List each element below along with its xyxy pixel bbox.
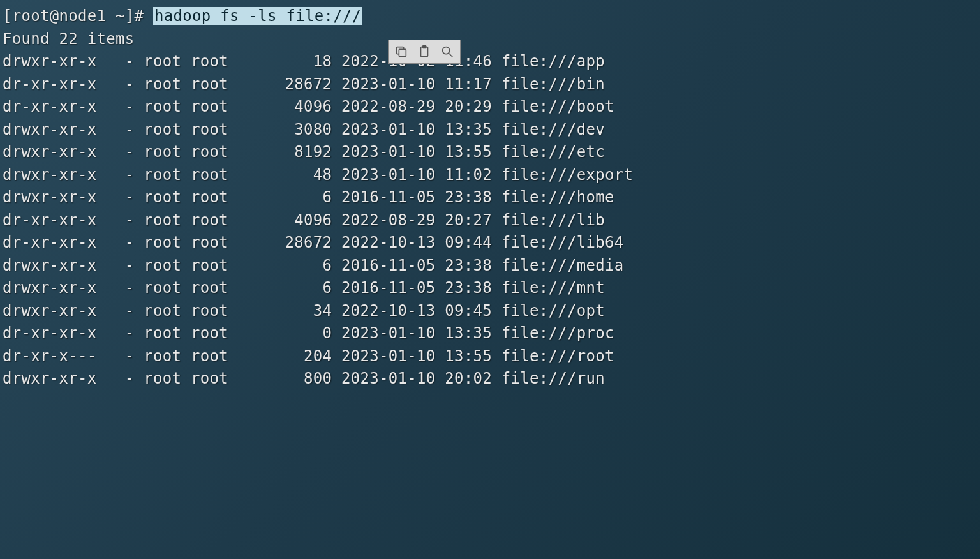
svg-point-3 bbox=[443, 47, 450, 54]
listing-row: drwxr-xr-x - root root 6 2016-11-05 23:3… bbox=[3, 186, 977, 209]
search-icon[interactable] bbox=[436, 41, 459, 62]
listing-row: dr-xr-x--- - root root 204 2023-01-10 13… bbox=[3, 345, 977, 368]
listing-row: drwxr-xr-x - root root 6 2016-11-05 23:3… bbox=[3, 255, 977, 278]
listing-row: drwxr-xr-x - root root 800 2023-01-10 20… bbox=[3, 368, 977, 391]
listing-row: dr-xr-xr-x - root root 4096 2022-08-29 2… bbox=[3, 96, 977, 119]
selection-toolbar bbox=[388, 40, 461, 64]
listing-row: dr-xr-xr-x - root root 4096 2022-08-29 2… bbox=[3, 209, 977, 232]
listing-summary: Found 22 items bbox=[3, 28, 977, 51]
listing-row: dr-xr-xr-x - root root 28672 2023-01-10 … bbox=[3, 73, 977, 96]
svg-rect-0 bbox=[399, 49, 406, 56]
listing-row: dr-xr-xr-x - root root 0 2023-01-10 13:3… bbox=[3, 322, 977, 345]
shell-prompt: [root@node1 ~]# bbox=[3, 7, 153, 25]
shell-command[interactable]: hadoop fs -ls file:/// bbox=[153, 7, 362, 25]
listing-row: drwxr-xr-x - root root 34 2022-10-13 09:… bbox=[3, 300, 977, 323]
file-listing: drwxr-xr-x - root root 18 2022-10-02 11:… bbox=[3, 50, 977, 391]
listing-row: drwxr-xr-x - root root 48 2023-01-10 11:… bbox=[3, 164, 977, 187]
svg-line-4 bbox=[449, 54, 453, 57]
listing-row: drwxr-xr-x - root root 18 2022-10-02 11:… bbox=[3, 50, 977, 73]
listing-row: drwxr-xr-x - root root 3080 2023-01-10 1… bbox=[3, 119, 977, 142]
copy-icon[interactable] bbox=[390, 41, 413, 62]
listing-row: drwxr-xr-x - root root 8192 2023-01-10 1… bbox=[3, 141, 977, 164]
svg-rect-2 bbox=[422, 46, 426, 48]
shell-prompt-line: [root@node1 ~]# hadoop fs -ls file:/// bbox=[3, 5, 977, 28]
listing-row: dr-xr-xr-x - root root 28672 2022-10-13 … bbox=[3, 232, 977, 255]
listing-row: drwxr-xr-x - root root 6 2016-11-05 23:3… bbox=[3, 277, 977, 300]
paste-icon[interactable] bbox=[413, 41, 436, 62]
